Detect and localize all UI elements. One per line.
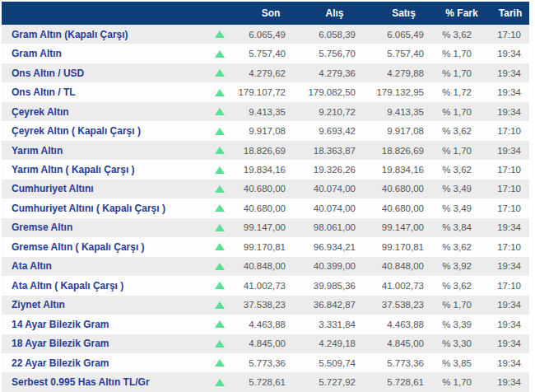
instrument-name[interactable]: 14 Ayar Bilezik Gram [2,319,203,330]
son-value: 6.065,49 [236,30,294,40]
up-triangle-icon [215,320,225,328]
table-body: Gram Altın (Kapalı Çarşı) 6.065,49 6.058… [2,25,529,392]
alis-value: 9.693,42 [294,126,364,136]
trend-cell [203,108,236,115]
table-row[interactable]: Serbest 0.995 Has Altın TL/Gr 5.728,61 5… [2,372,529,391]
fark-value: % 1,70 [432,49,480,58]
tarih-value: 19:34 [480,146,529,156]
alis-value: 4.249,18 [294,338,364,348]
son-value: 179.107,72 [236,87,294,97]
instrument-name[interactable]: Ziynet Altın [2,299,203,310]
tarih-value: 17:10 [480,281,529,291]
fark-value: % 1,70 [432,300,480,310]
instrument-name[interactable]: Gremse Altın ( Kapalı Çarşı ) [2,241,203,253]
table-row[interactable]: Çeyrek Altın ( Kapalı Çarşı ) 9.917,08 9… [2,121,529,140]
table-row[interactable]: Yarım Altın ( Kapalı Çarşı ) 19.834,16 1… [2,160,529,179]
fark-value: % 1,70 [432,377,480,387]
table-row[interactable]: 14 Ayar Bilezik Gram 4.463,88 3.331,84 4… [2,315,529,334]
up-triangle-icon [215,30,225,38]
instrument-name[interactable]: Gram Altın [2,48,203,59]
table-row[interactable]: Ons Altın / TL 179.107,72 179.082,50 179… [2,82,529,101]
instrument-name[interactable]: Ons Altın / TL [2,86,203,98]
tarih-value: 19:34 [480,338,529,348]
instrument-name[interactable]: Gram Altın (Kapalı Çarşı) [2,29,203,40]
up-triangle-icon [215,128,225,135]
table-row[interactable]: Ata Altın ( Kapalı Çarşı ) 41.002,73 39.… [2,276,529,295]
trend-cell [203,128,236,135]
tarih-value: 19:34 [480,49,529,58]
instrument-name[interactable]: Cumhuriyet Altını ( Kapalı Çarşı ) [2,203,203,214]
table-row[interactable]: Cumhuriyet Altını ( Kapalı Çarşı ) 40.68… [2,198,529,217]
alis-value: 9.210,72 [294,107,364,117]
trend-cell [203,224,236,231]
son-value: 19.834,16 [236,165,294,175]
trend-cell [203,166,236,174]
up-triangle-icon [215,340,225,348]
up-triangle-icon [215,89,225,96]
instrument-name[interactable]: Ata Altın ( Kapalı Çarşı ) [2,280,203,292]
instrument-name[interactable]: Yarım Altın [2,145,203,156]
table-row[interactable]: Gram Altın 5.757,40 5.756,70 5.757,40 % … [2,44,529,63]
instrument-name[interactable]: Ata Altın [2,260,203,272]
son-value: 5.773,36 [236,358,294,368]
son-value: 9.917,08 [236,126,294,136]
alis-value: 5.756,70 [294,49,364,58]
up-triangle-icon [215,204,225,212]
instrument-name[interactable]: Serbest 0.995 Has Altın TL/Gr [2,376,203,388]
up-triangle-icon [215,359,225,366]
table-row[interactable]: Çeyrek Altın 9.413,35 9.210,72 9.413,35 … [2,102,529,121]
fark-value: % 1,72 [432,87,480,97]
son-value: 99.170,81 [236,242,294,252]
instrument-name[interactable]: Çeyrek Altın ( Kapalı Çarşı ) [2,125,203,137]
instrument-name[interactable]: Yarım Altın ( Kapalı Çarşı ) [2,164,203,175]
table-row[interactable]: Cumhuriyet Altını 40.680,00 40.074,00 40… [2,180,529,198]
alis-value: 3.331,84 [294,320,364,329]
table-row[interactable]: Ata Altın 40.848,00 40.399,00 40.848,00 … [2,257,529,276]
tarih-value: 17:10 [480,126,529,136]
son-value: 18.826,69 [236,146,294,156]
satis-value: 40.848,00 [364,261,432,271]
alis-value: 36.842,87 [294,300,364,310]
table-row[interactable]: Gremse Altın 99.147,00 98.061,00 99.147,… [2,218,529,237]
satis-value: 6.065,49 [364,30,432,40]
instrument-name[interactable]: Cumhuriyet Altını [2,183,203,194]
table-row[interactable]: Gram Altın (Kapalı Çarşı) 6.065,49 6.058… [2,25,529,44]
alis-value: 5.509,74 [294,358,364,368]
tarih-value: 17:10 [480,242,529,252]
instrument-name[interactable]: Çeyrek Altın [2,106,203,118]
trend-cell [203,69,236,77]
table-row[interactable]: Ons Altın / USD 4.279,62 4.279,36 4.279,… [2,63,529,82]
son-value: 41.002,73 [236,281,294,291]
table-row[interactable]: Yarım Altın 18.826,69 18.363,87 18.826,6… [2,141,529,160]
table-row[interactable]: 22 Ayar Bilezik Gram 5.773,36 5.509,74 5… [2,353,529,372]
satis-value: 99.147,00 [364,222,432,232]
table-row[interactable]: Gremse Altın ( Kapalı Çarşı ) 99.170,81 … [2,237,529,256]
tarih-value: 19:34 [480,222,529,232]
fark-value: % 3,85 [432,358,480,368]
instrument-name[interactable]: Gremse Altın [2,222,203,233]
table-row[interactable]: 18 Ayar Bilezik Gram 4.845,00 4.249,18 4… [2,334,529,353]
fark-value: % 1,70 [432,107,480,117]
son-value: 99.147,00 [236,222,294,232]
son-value: 9.413,35 [236,107,294,117]
son-value: 4.845,00 [236,338,294,348]
alis-value: 19.326,26 [294,165,364,175]
son-value: 5.757,40 [236,49,294,58]
up-triangle-icon [215,301,225,309]
alis-value: 179.082,50 [294,87,364,97]
instrument-name[interactable]: 22 Ayar Bilezik Gram [2,357,203,369]
column-header-tarih: Tarih [480,7,529,19]
son-value: 40.680,00 [236,203,294,213]
alis-value: 18.363,87 [294,146,364,156]
table-row[interactable]: Ziynet Altın 37.538,23 36.842,87 37.538,… [2,296,529,315]
trend-cell [203,359,236,366]
instrument-name[interactable]: 18 Ayar Bilezik Gram [2,338,203,349]
tarih-value: 19:34 [480,300,529,310]
satis-value: 179.132,95 [364,87,432,97]
instrument-name[interactable]: Ons Altın / USD [2,68,203,79]
gold-prices-table: Son Alış Satış % Fark Tarih Gram Altın (… [2,2,529,392]
satis-value: 4.279,88 [364,68,432,78]
tarih-value: 19:34 [480,358,529,368]
tarih-value: 19:34 [480,261,529,271]
tarih-value: 19:34 [480,87,529,97]
